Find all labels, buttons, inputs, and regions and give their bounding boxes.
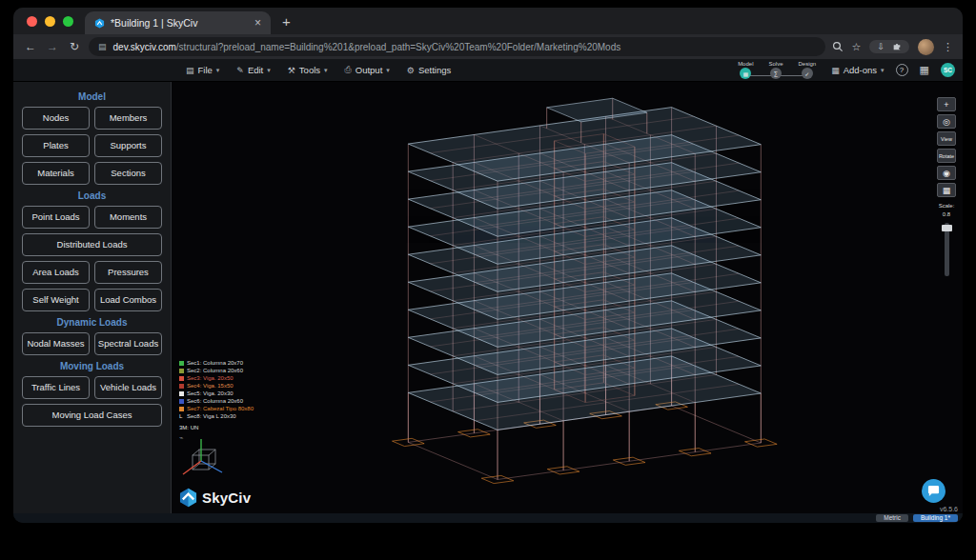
menu-output[interactable]: ⎙Output▾ [336,59,398,82]
step-model-icon: ▦ [740,68,751,79]
legend-label: Sec1: Columna 20x70 [187,360,243,366]
sidebar-button-point-loads[interactable]: Point Loads [22,206,90,229]
sidebar-row: Moving Load Cases [22,404,162,427]
legend-item: Sec4: Viga. 15x50 [179,383,254,390]
render-mode-button[interactable]: ▦ [937,183,956,197]
chat-support-button[interactable] [922,479,946,503]
close-window-button[interactable] [27,16,37,27]
skyciv-logo: SkyCiv [179,488,251,508]
menu-file[interactable]: ▤File▾ [177,59,228,82]
account-avatar[interactable]: SC [941,63,955,77]
menu-settings[interactable]: ⚙Settings [398,59,459,82]
step-label: Model [738,61,753,67]
sidebar-row: Traffic LinesVehicle Loads [22,376,162,399]
extensions-pill: ⇩ [869,40,909,53]
units-note: 3M: UN [179,425,254,430]
profile-avatar[interactable] [918,39,934,55]
sidebar-button-members[interactable]: Members [94,107,162,130]
menu-label: Tools [299,65,320,75]
sidebar-button-distributed-loads[interactable]: Distributed Loads [22,233,162,256]
step-solve[interactable]: Solve∑ [768,61,783,79]
visibility-button[interactable]: ◎ [937,114,956,129]
sidebar-button-pressures[interactable]: Pressures [94,261,162,284]
new-tab-button[interactable]: + [282,13,291,30]
sidebar-row: Distributed Loads [22,233,162,256]
apps-grid-icon[interactable]: ▦ [920,64,929,76]
menu-label: File [198,65,213,75]
model-viewport[interactable]: Sec1: Columna 20x70Sec2: Columna 20x60Se… [172,82,963,513]
search-lens-icon[interactable] [832,41,844,52]
model-3d-svg[interactable] [172,82,963,513]
browser-tab[interactable]: *Building 1 | SkyCiv × [85,11,271,34]
url-path: /structural?preload_name=Building%201&pr… [176,42,620,52]
tab-close-icon[interactable]: × [254,16,261,30]
screenshot-button[interactable]: ◉ [937,166,956,180]
view-button[interactable]: View [937,131,956,146]
legend-label: Sec6: Columna 20x60 [187,398,243,404]
browser-menu-icon[interactable]: ⋮ [943,41,953,53]
app-menubar: ▤File▾✎Edit▾⚒Tools▾⎙Output▾⚙Settings Mod… [13,59,963,82]
sidebar-button-moments[interactable]: Moments [94,206,162,229]
units-button[interactable]: Metric [876,514,908,523]
reload-icon[interactable]: ↻ [67,40,82,53]
scale-slider-handle[interactable] [942,225,952,231]
axis-gizmo[interactable] [179,432,227,482]
sidebar-section-title: Moving Loads [22,361,162,371]
menubar-menus: ▤File▾✎Edit▾⚒Tools▾⎙Output▾⚙Settings [177,59,459,82]
maximize-window-button[interactable] [63,16,73,27]
legend-swatch [179,407,184,411]
vt-buttons: +◎ViewRotate◉▦ [937,97,956,197]
sidebar-section-title: Loads [22,190,162,201]
sidebar-button-moving-load-cases[interactable]: Moving Load Cases [22,404,162,427]
legend-swatch [179,384,184,389]
sidebar-row: NodesMembers [22,107,162,130]
sidebar-row: PlatesSupports [22,134,162,157]
menu-tools[interactable]: ⚒Tools▾ [279,59,336,82]
menubar-right: Model▦Solve∑Design✓ ▦ Add-ons ▾ ? ▦ SC [734,61,955,79]
sidebar-button-materials[interactable]: Materials [22,162,90,185]
sidebar-button-spectral-loads[interactable]: Spectral Loads [94,332,162,355]
current-model-button[interactable]: Building 1* [913,514,958,523]
chevron-down-icon: ▾ [386,67,390,74]
minimize-window-button[interactable] [45,16,55,27]
legend-item: Sec6: Columna 20x60 [179,398,254,405]
step-solve-icon: ∑ [770,68,782,79]
legend-swatch: L [179,414,184,419]
sidebar-section-title: Model [22,91,162,102]
help-button[interactable]: ? [896,64,908,76]
sidebar-button-supports[interactable]: Supports [94,134,162,157]
scale-label: Scale: [939,203,955,209]
back-icon[interactable]: ← [23,40,38,53]
download-icon[interactable]: ⇩ [877,42,884,51]
rotate-button[interactable]: Rotate [937,149,956,163]
step-design[interactable]: Design✓ [798,61,816,79]
sidebar-button-vehicle-loads[interactable]: Vehicle Loads [94,376,162,399]
sidebar-button-sections[interactable]: Sections [94,162,162,185]
legend-label: Sec8: Viga L 20x30 [187,413,236,419]
sidebar-button-self-weight[interactable]: Self Weight [22,289,90,311]
extensions-puzzle-icon[interactable] [892,42,902,51]
legend-label: Sec5: Viga. 20x30 [187,390,234,396]
sidebar: ModelNodesMembersPlatesSupportsMaterials… [13,82,172,513]
sidebar-button-load-combos[interactable]: Load Combos [94,289,162,311]
scale-slider[interactable] [945,223,949,276]
sidebar-button-traffic-lines[interactable]: Traffic Lines [22,376,90,399]
sidebar-button-area-loads[interactable]: Area Loads [22,261,90,284]
workflow-stepper: Model▦Solve∑Design✓ [734,61,820,79]
addons-menu[interactable]: ▦ Add-ons ▾ [831,65,884,75]
sidebar-row: Self WeightLoad Combos [22,289,162,311]
zoom-extents-button[interactable]: + [937,97,956,111]
menu-edit[interactable]: ✎Edit▾ [228,59,278,82]
step-model[interactable]: Model▦ [738,61,753,79]
legend-swatch [179,399,184,404]
forward-icon[interactable]: → [45,40,60,53]
step-label: Design [798,61,816,67]
sidebar-button-plates[interactable]: Plates [22,134,90,157]
bookmark-star-icon[interactable]: ☆ [852,41,862,53]
browser-window: *Building 1 | SkyCiv × + ← → ↻ ▤ dev.sky… [13,8,963,523]
site-info-icon[interactable]: ▤ [98,42,107,51]
sidebar-button-nodal-masses[interactable]: Nodal Masses [22,332,90,355]
url-field[interactable]: ▤ dev.skyciv.com/structural?preload_name… [89,37,825,56]
legend-item: Sec3: Viga. 20x50 [179,375,254,382]
sidebar-button-nodes[interactable]: Nodes [22,107,90,130]
